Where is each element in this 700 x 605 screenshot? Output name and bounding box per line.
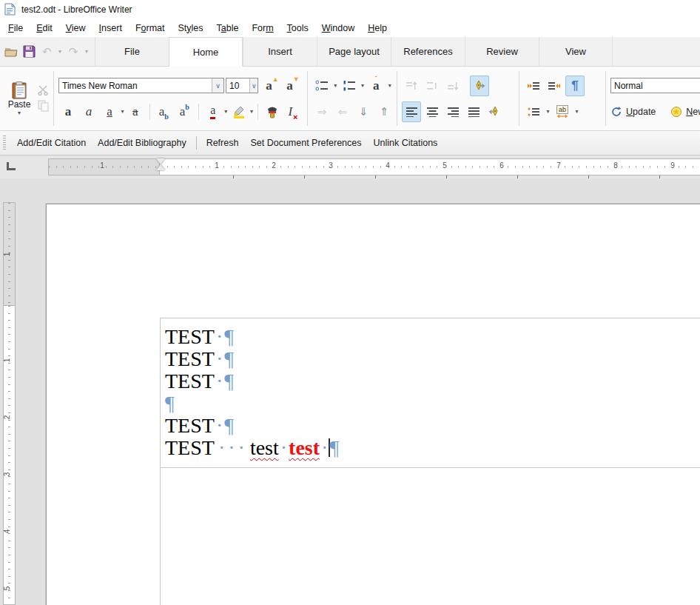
- cut-button[interactable]: [37, 85, 49, 96]
- numbered-list-dropdown[interactable]: ▾: [360, 82, 366, 89]
- menu-styles[interactable]: Styles: [171, 21, 209, 36]
- font-size-input[interactable]: [226, 81, 249, 91]
- new-style-button[interactable]: New: [670, 106, 700, 118]
- tab-review[interactable]: Review: [465, 37, 539, 66]
- move-up-button[interactable]: ⇑: [374, 101, 394, 122]
- undo-button[interactable]: ↶: [38, 44, 55, 60]
- highlight-dropdown[interactable]: ▾: [250, 108, 254, 115]
- menu-table[interactable]: Table: [210, 21, 246, 36]
- subscript-button[interactable]: ab: [154, 101, 173, 122]
- document-line[interactable]: TEST·¶: [165, 370, 339, 392]
- decrease-font-button[interactable]: a ▼: [283, 76, 303, 96]
- bullet-list-button[interactable]: [312, 76, 332, 96]
- tab-stop-selector[interactable]: [4, 159, 18, 173]
- font-color-button[interactable]: a: [203, 101, 223, 122]
- font-name-input[interactable]: [59, 81, 212, 91]
- decrease-caret-icon: ▼: [293, 76, 300, 83]
- right-to-left-button[interactable]: [485, 101, 504, 122]
- move-down-button[interactable]: ⇓: [354, 101, 373, 122]
- clear-formatting-button[interactable]: I×: [283, 101, 303, 122]
- zotero-add-edit-bibliography[interactable]: Add/Edit Bibliography: [92, 135, 192, 151]
- menu-view[interactable]: View: [59, 21, 92, 36]
- font-size-dropdown[interactable]: ∨: [249, 78, 258, 93]
- bullet-list-dropdown[interactable]: ▾: [333, 82, 338, 89]
- font-name-combobox[interactable]: ∨: [58, 78, 224, 93]
- undo-dropdown[interactable]: ▾: [56, 48, 64, 55]
- menu-help[interactable]: Help: [361, 21, 394, 36]
- paragraph-style-input[interactable]: [611, 81, 700, 91]
- strikethrough-button[interactable]: a: [126, 101, 145, 122]
- document-line[interactable]: TEST·¶: [165, 415, 339, 437]
- toolbar-drag-handle[interactable]: [3, 136, 6, 150]
- menu-insert[interactable]: Insert: [92, 21, 129, 36]
- document-page[interactable]: TEST·¶TEST·¶TEST·¶¶TEST·¶TEST···test·tes…: [46, 204, 700, 605]
- tab-home[interactable]: Home: [169, 37, 243, 67]
- font-size-combobox[interactable]: ∨: [226, 78, 258, 93]
- paste-dropdown[interactable]: ▾: [16, 110, 23, 116]
- zotero-set-document-preferences[interactable]: Set Document Preferences: [244, 135, 367, 151]
- menu-edit[interactable]: Edit: [30, 21, 59, 36]
- document-line[interactable]: ¶: [165, 392, 339, 415]
- spacing-below-button[interactable]: [443, 76, 462, 96]
- italic-button[interactable]: a: [79, 101, 98, 122]
- ruler-number: 2: [272, 161, 276, 170]
- superscript-button[interactable]: ab: [175, 101, 194, 122]
- document-line[interactable]: TEST···test·test·¶: [165, 437, 339, 459]
- spacing-both-button[interactable]: [423, 76, 442, 96]
- font-name-dropdown[interactable]: ∨: [212, 78, 223, 93]
- tab-insert[interactable]: Insert: [243, 37, 317, 66]
- menu-window[interactable]: Window: [315, 21, 361, 36]
- document-line[interactable]: TEST·¶: [165, 348, 339, 370]
- zotero-add-edit-citation[interactable]: Add/Edit Citation: [11, 135, 92, 151]
- paragraph-style-combobox[interactable]: [610, 78, 700, 93]
- copy-button[interactable]: [38, 100, 49, 112]
- formatting-marks-button[interactable]: ¶: [565, 76, 585, 96]
- menu-form[interactable]: Form: [245, 21, 280, 36]
- save-button[interactable]: [21, 44, 37, 60]
- menu-tools[interactable]: Tools: [280, 21, 315, 36]
- character-spacing-button[interactable]: ab: [553, 101, 572, 122]
- justify-button[interactable]: [464, 101, 483, 122]
- zotero-unlink-citations[interactable]: Unlink Citations: [368, 135, 444, 151]
- underline-dropdown[interactable]: ▾: [121, 108, 124, 115]
- align-right-button[interactable]: [443, 101, 462, 122]
- character-spacing-dropdown[interactable]: ▾: [573, 108, 580, 115]
- horizontal-ruler[interactable]: 1 123456789: [48, 158, 700, 176]
- increase-font-button[interactable]: a ▲: [263, 76, 282, 96]
- redo-dropdown[interactable]: ▾: [83, 48, 90, 55]
- change-case-dropdown[interactable]: ▾: [387, 82, 392, 89]
- redo-button[interactable]: ↷: [65, 44, 81, 60]
- spacing-above-button[interactable]: [402, 76, 421, 96]
- menu-file[interactable]: File: [1, 21, 30, 36]
- tab-page-layout[interactable]: Page layout: [317, 37, 391, 66]
- tab-file[interactable]: File: [95, 37, 169, 66]
- tab-references[interactable]: References: [391, 37, 465, 66]
- increase-paragraph-spacing-button[interactable]: [524, 76, 543, 96]
- zotero-refresh[interactable]: Refresh: [201, 135, 245, 151]
- document-line[interactable]: TEST·¶: [165, 326, 339, 348]
- bold-button[interactable]: a: [58, 101, 78, 122]
- open-button[interactable]: [3, 44, 19, 60]
- line-spacing-dropdown[interactable]: ▾: [545, 108, 551, 115]
- change-case-button[interactable]: a˘: [366, 76, 386, 96]
- decrease-indent-button[interactable]: ⇐: [333, 101, 352, 122]
- numbered-list-button[interactable]: [340, 76, 359, 96]
- decrease-paragraph-spacing-button[interactable]: [545, 76, 564, 96]
- font-color-dropdown[interactable]: ▾: [224, 108, 228, 115]
- highlight-button[interactable]: [229, 101, 249, 122]
- align-left-button[interactable]: [402, 101, 421, 122]
- update-style-button[interactable]: Update: [610, 106, 656, 118]
- ruler-number: 6: [499, 161, 504, 170]
- menu-format[interactable]: Format: [129, 21, 172, 36]
- underline-button[interactable]: a: [100, 101, 119, 122]
- align-center-button[interactable]: [423, 101, 442, 122]
- vertical-ruler[interactable]: 1 12345: [3, 202, 16, 605]
- tab-view[interactable]: View: [539, 37, 613, 66]
- paste-button[interactable]: Paste ▾: [4, 81, 34, 116]
- left-to-right-button[interactable]: [470, 76, 489, 96]
- document-text[interactable]: TEST·¶TEST·¶TEST·¶¶TEST·¶TEST···test·tes…: [165, 326, 339, 459]
- spacing-group: ¶ ▾ ab ▾: [519, 67, 605, 130]
- clone-formatting-button[interactable]: [263, 101, 282, 122]
- increase-indent-button[interactable]: ⇒: [312, 101, 332, 122]
- line-spacing-button[interactable]: [524, 101, 543, 122]
